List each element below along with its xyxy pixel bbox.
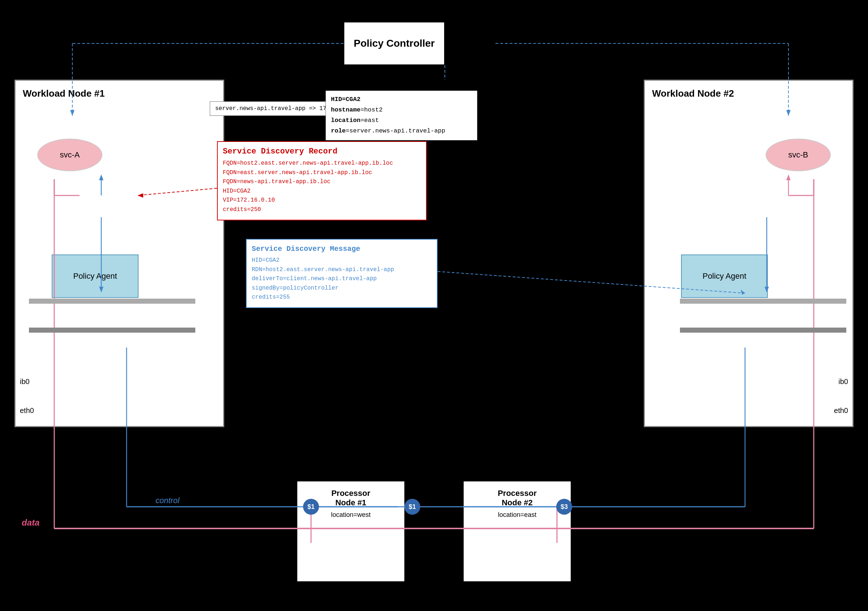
dollar-circle-3: $3 [556,499,572,515]
workload-node-1-title: Workload Node #1 [23,88,104,99]
hid-box: HID=CGA2 hostname=host2 location=east ro… [326,90,477,140]
sdr-line-4: HID=CGA2 [223,187,421,196]
policy-agent-1: Policy Agent [52,255,138,298]
svc-b-label: svc-B [789,150,808,160]
sdr-box: Service Discovery Record FQDN=host2.east… [217,141,427,221]
sdr-line-5: VIP=172.16.0.10 [223,196,421,205]
workload-node-1: Workload Node #1 svc-A Policy Agent ib0 … [14,79,224,427]
sdr-line-6: credits=250 [223,205,421,215]
ib0-label-2: ib0 [839,378,848,386]
sdr-title: Service Discovery Record [223,147,421,156]
sdm-line-1: HID=CGA2 [252,256,432,265]
ib0-label-1: ib0 [20,378,29,386]
eth0-label-2: eth0 [834,406,848,415]
policy-agent-2: Policy Agent [681,255,768,298]
dollar-circle-1: $1 [303,499,319,515]
policy-agent-2-label: Policy Agent [702,272,746,281]
sdm-line-2: RDN=host2.east.server.news-api.travel-ap… [252,265,432,275]
sdr-content: FQDN=host2.east.server.news-api.travel-a… [223,159,421,215]
policy-agent-1-label: Policy Agent [73,272,117,281]
data-label: data [22,518,39,528]
svc-a-label: svc-A [60,150,80,160]
dollar-circle-2: $1 [405,499,420,515]
processor-node-2-title: ProcessorNode #2 [463,489,571,507]
eth0-label-1: eth0 [20,406,34,415]
processor-node-2-location: location=east [463,511,571,519]
location-line: location=east [331,115,472,126]
workload-node-2-title: Workload Node #2 [652,88,734,99]
svc-b: svc-B [766,138,831,171]
hid-line: HID=CGA2 [331,95,472,105]
policy-controller-title: Policy Controller [354,38,435,49]
processor-node-2: ProcessorNode #2 location=east [463,481,572,582]
control-label: control [155,496,180,505]
workload-node-2: Workload Node #2 svc-B Policy Agent ib0 … [644,79,854,427]
sdm-line-3: deliverTo=client.news-api.travel-app [252,274,432,284]
processor-node-1: ProcessorNode #1 location=west [296,481,405,582]
svc-a: svc-A [37,138,102,171]
sdm-line-5: credits=255 [252,293,432,302]
sdm-content: HID=CGA2 RDN=host2.east.server.news-api.… [252,256,432,302]
sdr-line-2: FQDN=east.server.news-api.travel-app.ib.… [223,168,421,178]
sdm-title: Service Discovery Message [252,245,432,253]
role-line: role=server.news-api.travel-app [331,126,472,137]
hostname-line: hostname=host2 [331,105,472,115]
sdm-box: Service Discovery Message HID=CGA2 RDN=h… [246,239,438,308]
policy-controller: Policy Controller [344,22,445,65]
sdr-line-1: FQDN=host2.east.server.news-api.travel-a… [223,159,421,168]
sdr-line-3: FQDN=news-api.travel-app.ib.loc [223,177,421,187]
sdm-line-4: signedBy=policyController [252,284,432,293]
